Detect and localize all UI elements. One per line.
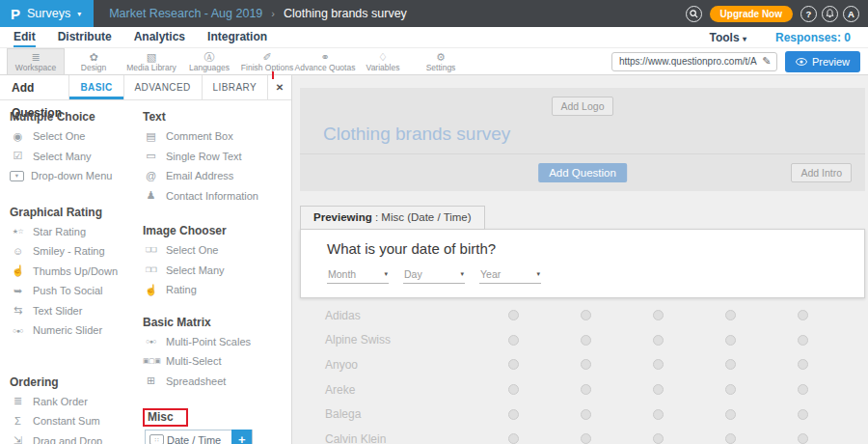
menu-item-distribute[interactable]: Distribute [58,27,112,47]
date-select-day[interactable]: Day▾ [403,266,465,284]
radio-button[interactable] [581,433,591,444]
toolbar-tab-advance-quotas[interactable]: ⚭Advance Quotas [296,48,354,74]
tools-menu[interactable]: Tools ▾ [710,31,746,44]
preview-button[interactable]: Preview [785,51,860,72]
responses-link[interactable]: Responses: 0 [775,31,851,44]
date-select-month[interactable]: Month▾ [327,266,389,284]
question-type-rating[interactable]: ☝Rating [143,280,287,300]
menu-item-integration[interactable]: Integration [207,27,267,47]
help-button[interactable]: ? [800,6,817,22]
question-type-comment-box[interactable]: ▤Comment Box [143,126,287,147]
product-switcher[interactable]: P Surveys ▾ [0,0,94,27]
toolbar-tab-finish-options[interactable]: ✐Finish Options [238,48,296,74]
question-type-select-many[interactable]: ☑Select Many [10,147,143,167]
question-type-star-rating[interactable]: ★☆Star Rating [10,222,143,242]
question-section-misc: Misc∷Date / Time+✓xCaptcha [143,401,287,444]
question-type-contact-information[interactable]: ♟Contact Information [143,186,287,207]
search-button[interactable] [686,6,702,22]
matrix-cell [694,335,767,346]
radio-button[interactable] [798,335,808,346]
radio-button[interactable] [508,433,519,444]
radio-button[interactable] [725,384,736,395]
question-type-label: Rank Order [33,396,88,407]
avatar[interactable]: A [843,6,859,22]
radio-button[interactable] [798,310,808,320]
matrix-cell [622,335,694,346]
toolbar-tab-languages[interactable]: ⒶLanguages [180,48,238,74]
radio-button[interactable] [653,433,664,444]
radio-button[interactable] [653,335,664,346]
toolbar-tab-variables[interactable]: ♢Variables [354,48,412,74]
radio-button[interactable] [508,310,519,320]
matrix-cell [622,409,694,420]
add-question-button[interactable]: Add Question [538,163,627,182]
radio-button[interactable] [508,335,519,346]
notifications-button[interactable] [822,6,838,22]
radio-button[interactable] [725,335,736,346]
question-type-multi-point-scales[interactable]: ○●○Multi-Point Scales [143,332,287,352]
radio-button[interactable] [581,409,591,420]
radio-button[interactable] [725,433,736,444]
radio-button[interactable] [798,409,808,420]
question-type-email-address[interactable]: @Email Address [143,166,287,186]
add-date-time-button[interactable]: + [231,430,252,444]
radio-button[interactable] [508,359,519,370]
radio-button[interactable] [581,384,591,395]
radio-button[interactable] [581,359,591,370]
matrix-row-label: Calvin Klein [325,432,477,444]
question-type-push-to-social[interactable]: ➥Push To Social [10,281,143,301]
menu-item-edit[interactable]: Edit [14,27,36,47]
question-type-select-one[interactable]: ❏❏Select One [143,240,287,261]
radio-button[interactable] [653,384,664,395]
add-intro-button[interactable]: Add Intro [791,163,852,182]
question-type-select-one[interactable]: ◉Select One [10,126,143,147]
question-type-spreadsheet[interactable]: ⊞Spreadsheet [143,372,287,392]
radio-button[interactable] [581,335,591,346]
chevron-down-icon: ▾ [384,270,388,278]
survey-url-input[interactable]: https://www.questionpro.com/t/APNrfZ [612,56,757,67]
question-type-date-time[interactable]: ∷Date / Time+ [145,430,253,444]
breadcrumb-folder[interactable]: Market Research - Aug 2019 [109,7,262,20]
radio-button[interactable] [508,409,519,420]
question-type-thumbs-up-down[interactable]: ☝Thumbs Up/Down [10,262,143,282]
question-type-constant-sum[interactable]: ΣConstant Sum [10,411,143,431]
radio-button[interactable] [798,384,808,395]
chevron-down-icon: ▾ [743,35,746,43]
product-name: Surveys [27,7,70,20]
menu-item-analytics[interactable]: Analytics [134,27,185,47]
question-type-single-row-text[interactable]: ▭Single Row Text [143,147,287,167]
toolbar-tab-design[interactable]: ✿Design [65,48,122,74]
question-type-select-many[interactable]: ❐❐Select Many [143,261,287,281]
radio-button[interactable] [798,359,808,370]
panel-tab-library[interactable]: LIBRARY [202,75,267,99]
toolbar-tab-settings[interactable]: ⚙Settings [412,48,470,74]
question-type-drop-down-menu[interactable]: ▾Drop-down Menu [10,166,143,186]
matrix-cell [477,433,550,444]
close-panel-button[interactable]: ✕ [267,75,291,99]
question-type-drag-and-drop[interactable]: ⇲Drag and Drop [10,431,143,444]
toolbar-tab-workspace[interactable]: ≣Workspace [7,48,65,74]
add-logo-button[interactable]: Add Logo [552,97,614,116]
question-type-rank-order[interactable]: ≣Rank Order [10,392,143,412]
matrix-cell [550,384,622,395]
radio-button[interactable] [725,359,736,370]
radio-button[interactable] [508,384,519,395]
edit-url-pencil-icon[interactable]: ✎ [757,55,776,68]
question-type-smiley-rating[interactable]: ☺Smiley - Rating [10,241,143,262]
radio-button[interactable] [725,310,736,320]
radio-button[interactable] [653,409,664,420]
question-type-numeric-slider[interactable]: ○●○Numeric Slider [10,320,143,341]
radio-button[interactable] [581,310,591,320]
radio-button[interactable] [798,433,808,444]
radio-button[interactable] [653,310,664,320]
date-select-year[interactable]: Year▾ [479,266,541,284]
question-type-multi-select[interactable]: ▣▢▣Multi-Select [143,351,287,372]
toolbar-tab-media-library[interactable]: ▧Media Library [122,48,180,74]
radio-button[interactable] [653,359,664,370]
panel-tab-basic[interactable]: BASIC [68,75,122,99]
upgrade-now-button[interactable]: Upgrade Now [710,6,793,22]
question-type-text-slider[interactable]: ⇆Text Slider [10,301,143,321]
radio-button[interactable] [725,409,736,420]
panel-tab-advanced[interactable]: ADVANCED [123,75,202,99]
matrix-cell [622,384,694,395]
